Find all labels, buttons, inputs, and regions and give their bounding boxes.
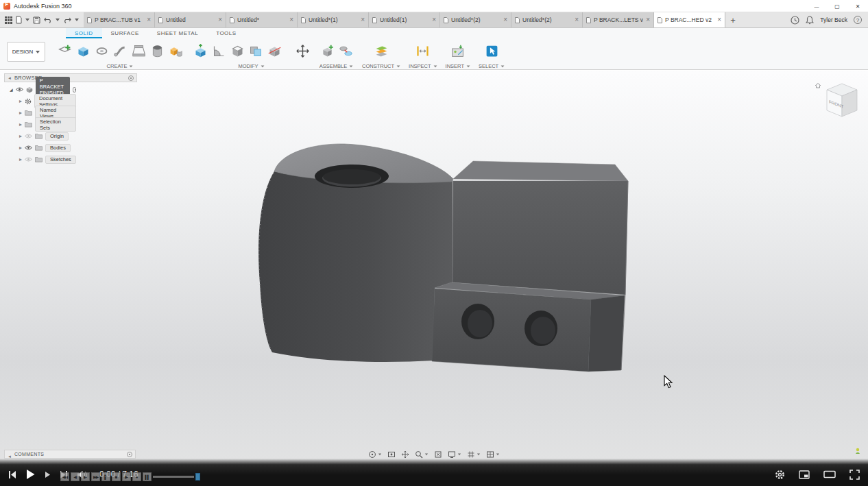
shell-icon[interactable] <box>229 42 245 60</box>
sweep-icon[interactable] <box>112 42 128 60</box>
tab-sheet-metal[interactable]: SHEET METAL <box>148 28 207 38</box>
expand-icon[interactable] <box>19 98 22 104</box>
move-copy-icon[interactable] <box>294 42 311 60</box>
play-icon[interactable] <box>25 469 36 480</box>
comments-panel[interactable]: COMMENTS <box>4 450 136 459</box>
document-tab[interactable]: Untitled <box>155 12 226 27</box>
create-sketch-icon[interactable] <box>56 42 73 60</box>
close-tab-icon[interactable] <box>503 16 507 23</box>
orbit-icon[interactable] <box>368 450 382 459</box>
combine-icon[interactable] <box>248 42 264 60</box>
display-caret-icon[interactable] <box>458 454 461 456</box>
theater-mode-icon[interactable] <box>823 470 836 478</box>
orbit-caret-icon[interactable] <box>378 454 381 456</box>
look-at-icon[interactable] <box>387 450 396 459</box>
user-name[interactable]: Tyler Beck <box>820 16 847 23</box>
create-group-label[interactable]: CREATE <box>107 63 134 69</box>
job-status-icon[interactable] <box>791 16 799 25</box>
visibility-eye-icon[interactable] <box>25 145 32 150</box>
browser-options-icon[interactable] <box>128 75 134 81</box>
next-frame-icon[interactable] <box>45 471 51 478</box>
viewports-icon[interactable] <box>486 450 500 459</box>
document-tab[interactable]: Untitled* <box>226 12 298 27</box>
home-icon[interactable] <box>815 84 821 88</box>
browser-item-label[interactable]: Selection Sets <box>35 117 76 132</box>
maximize-button[interactable] <box>827 0 847 12</box>
browser-item-label[interactable]: Bodies <box>45 144 71 152</box>
visibility-eye-icon[interactable] <box>25 134 32 138</box>
browser-item-label[interactable]: Sketches <box>45 156 76 164</box>
display-settings-icon[interactable] <box>448 450 461 459</box>
inspect-group-label[interactable]: INSPECT <box>409 63 437 69</box>
new-component-icon[interactable] <box>319 42 335 60</box>
fit-icon[interactable] <box>434 450 442 459</box>
split-body-icon[interactable] <box>266 42 282 60</box>
browser-header[interactable]: BROWSER <box>4 73 137 82</box>
browser-row-bodies[interactable]: Bodies <box>0 142 76 154</box>
browser-item-label[interactable]: Origin <box>45 132 69 141</box>
extrude-icon[interactable] <box>75 42 91 60</box>
construct-group-label[interactable]: CONSTRUCT <box>362 63 400 69</box>
settings-gear-icon[interactable] <box>775 470 785 480</box>
document-tab[interactable]: P BRAC...TUB v1 <box>84 12 155 27</box>
document-tab-active[interactable]: P BRAC...HED v2 <box>654 12 725 27</box>
file-menu-icon[interactable] <box>16 16 22 24</box>
activate-component-radio[interactable] <box>73 87 76 93</box>
press-pull-icon[interactable] <box>192 42 208 60</box>
redo-icon[interactable] <box>63 16 71 23</box>
measure-icon[interactable] <box>415 42 431 60</box>
new-tab-button[interactable] <box>725 12 740 27</box>
document-tab[interactable]: P BRACK...LETS v3 <box>583 12 654 27</box>
file-menu-caret-icon[interactable] <box>25 19 29 21</box>
viewport-canvas[interactable]: BROWSER P BRACKET FINISHED v2 Document S… <box>0 71 868 486</box>
fillet-icon[interactable] <box>210 42 227 60</box>
bracket-model[interactable] <box>0 71 868 486</box>
zoom-icon[interactable] <box>415 450 429 459</box>
close-tab-icon[interactable] <box>717 16 721 23</box>
select-group-label[interactable]: SELECT <box>479 63 505 69</box>
browser-row-selection-sets[interactable]: Selection Sets <box>0 119 76 130</box>
visibility-eye-icon[interactable] <box>25 157 32 162</box>
tab-solid[interactable]: SOLID <box>66 28 102 38</box>
visibility-eye-icon[interactable] <box>16 87 23 92</box>
close-tab-icon[interactable] <box>218 16 222 23</box>
tab-surface[interactable]: SURFACE <box>102 28 148 38</box>
select-icon[interactable] <box>483 42 500 60</box>
insert-icon[interactable] <box>450 42 466 60</box>
grid-icon[interactable] <box>467 450 481 459</box>
expand-icon[interactable] <box>19 156 22 162</box>
miniplayer-icon[interactable] <box>799 470 810 479</box>
pan-icon[interactable] <box>401 450 409 459</box>
expand-icon[interactable] <box>19 110 22 116</box>
collapse-browser-icon[interactable] <box>8 75 12 81</box>
notifications-icon[interactable] <box>806 16 814 25</box>
expand-icon[interactable] <box>10 86 13 93</box>
close-button[interactable] <box>847 0 868 12</box>
construct-plane-icon[interactable] <box>373 42 389 60</box>
undo-caret-icon[interactable] <box>56 19 60 21</box>
document-tab[interactable]: Untitled(1) <box>369 12 440 27</box>
undo-icon[interactable] <box>44 16 52 23</box>
modify-group-label[interactable]: MODIFY <box>238 63 264 69</box>
minimize-button[interactable] <box>806 0 827 12</box>
close-tab-icon[interactable] <box>646 16 650 23</box>
viewports-caret-icon[interactable] <box>496 454 499 456</box>
browser-row-origin[interactable]: Origin <box>0 130 76 142</box>
redo-caret-icon[interactable] <box>75 19 79 21</box>
browser-row-sketches[interactable]: Sketches <box>0 154 76 165</box>
zoom-caret-icon[interactable] <box>425 454 428 456</box>
joint-icon[interactable] <box>337 42 354 60</box>
insert-group-label[interactable]: INSERT <box>446 63 470 69</box>
help-icon[interactable] <box>854 16 862 24</box>
revolve-icon[interactable] <box>93 42 110 60</box>
tab-tools[interactable]: TOOLS <box>207 28 245 38</box>
grid-caret-icon[interactable] <box>477 454 480 456</box>
close-tab-icon[interactable] <box>289 16 293 23</box>
document-tab[interactable]: Untitled*(1) <box>298 12 369 27</box>
close-tab-icon[interactable] <box>147 16 151 23</box>
document-tab[interactable]: Untitled*(2) <box>440 12 511 27</box>
expand-icon[interactable] <box>19 121 22 127</box>
save-icon[interactable] <box>33 16 40 24</box>
close-tab-icon[interactable] <box>361 16 365 23</box>
comments-options-icon[interactable] <box>127 452 132 457</box>
